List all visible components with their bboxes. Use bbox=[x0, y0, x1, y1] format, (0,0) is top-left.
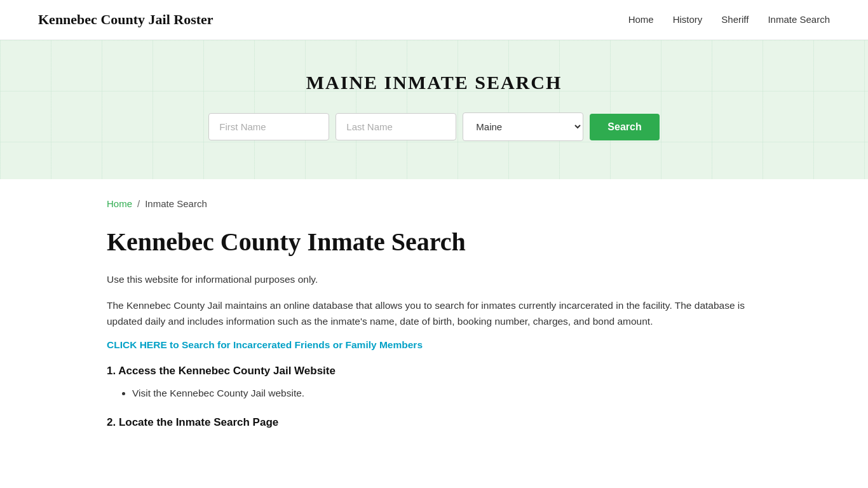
search-button[interactable]: Search bbox=[590, 114, 659, 140]
breadcrumb-separator: / bbox=[137, 198, 140, 209]
hero-title: MAINE INMATE SEARCH bbox=[13, 72, 855, 93]
step2-heading: 2. Locate the Inmate Search Page bbox=[107, 416, 761, 429]
last-name-input[interactable] bbox=[336, 113, 456, 140]
site-header: Kennebec County Jail Roster Home History… bbox=[0, 0, 868, 40]
nav-link-history[interactable]: History bbox=[673, 14, 703, 25]
page-title: Kennebec County Inmate Search bbox=[107, 227, 761, 257]
nav-link-sheriff[interactable]: Sheriff bbox=[721, 14, 749, 25]
step1-list: Visit the Kennebec County Jail website. bbox=[132, 385, 761, 402]
info-para-1: Use this website for informational purpo… bbox=[107, 272, 761, 288]
breadcrumb-home-link[interactable]: Home bbox=[107, 198, 132, 209]
first-name-input[interactable] bbox=[208, 113, 329, 140]
state-select[interactable]: MaineAlabamaAlaskaArizonaArkansasCalifor… bbox=[463, 112, 583, 141]
breadcrumb-current: Inmate Search bbox=[145, 198, 207, 209]
search-form: MaineAlabamaAlaskaArizonaArkansasCalifor… bbox=[13, 112, 855, 141]
nav-item-sheriff[interactable]: Sheriff bbox=[721, 14, 749, 25]
site-title: Kennebec County Jail Roster bbox=[38, 11, 214, 28]
hero-section: MAINE INMATE SEARCH MaineAlabamaAlaskaAr… bbox=[0, 40, 868, 179]
nav-menu: Home History Sheriff Inmate Search bbox=[628, 14, 830, 25]
nav-item-history[interactable]: History bbox=[673, 14, 703, 25]
main-content: Home / Inmate Search Kennebec County Inm… bbox=[69, 179, 799, 475]
step1-heading: 1. Access the Kennebec County Jail Websi… bbox=[107, 365, 761, 377]
nav-item-home[interactable]: Home bbox=[628, 14, 654, 25]
nav-link-home[interactable]: Home bbox=[628, 14, 654, 25]
main-nav: Home History Sheriff Inmate Search bbox=[628, 14, 830, 25]
click-here-link[interactable]: CLICK HERE to Search for Incarcerated Fr… bbox=[107, 339, 761, 351]
step1-item-1: Visit the Kennebec County Jail website. bbox=[132, 385, 761, 402]
nav-item-inmate-search[interactable]: Inmate Search bbox=[768, 14, 830, 25]
info-para-2: The Kennebec County Jail maintains an on… bbox=[107, 298, 761, 330]
nav-link-inmate-search[interactable]: Inmate Search bbox=[768, 14, 830, 25]
breadcrumb: Home / Inmate Search bbox=[107, 198, 761, 209]
